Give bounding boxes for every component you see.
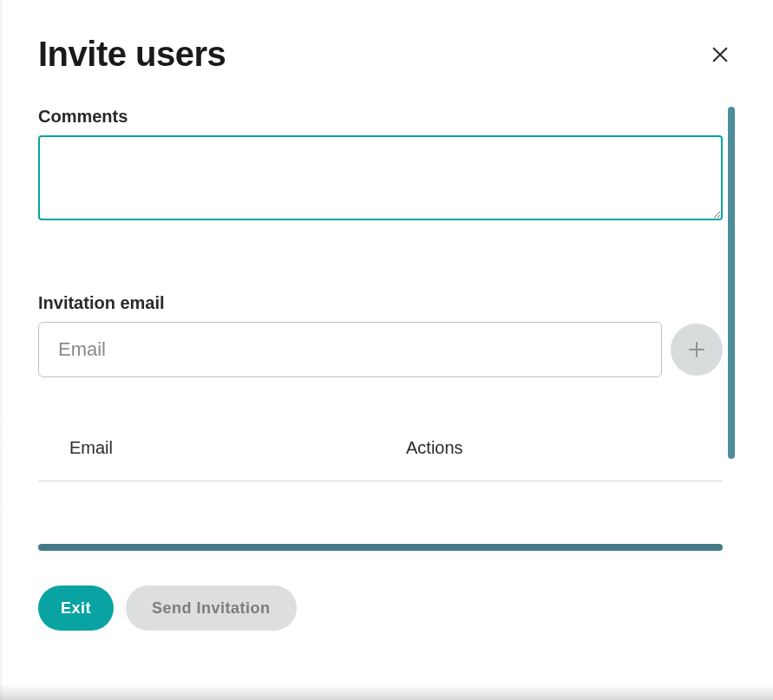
exit-button[interactable]: Exit [38,586,114,631]
table-header-row: Email Actions [38,438,723,481]
comments-textarea[interactable] [38,135,723,220]
invitation-email-label: Invitation email [38,293,723,313]
table-header-email: Email [69,438,406,458]
modal-body: Comments Invitation email Email Actions [38,107,735,566]
email-input-row [38,322,723,377]
modal-footer: Exit Send Invitation [38,586,735,631]
horizontal-scrollbar[interactable] [38,544,723,551]
send-invitation-button[interactable]: Send Invitation [126,586,297,631]
table-header-actions: Actions [406,438,691,458]
add-email-button[interactable] [671,324,723,376]
modal-header: Invite users [38,35,735,74]
vertical-scrollbar[interactable] [728,107,735,459]
plus-icon [686,339,707,360]
close-button[interactable] [705,40,735,69]
modal-title: Invite users [38,35,226,74]
close-icon [711,45,730,64]
email-table: Email Actions [38,438,723,481]
email-input[interactable] [38,322,662,377]
invite-users-modal: Invite users Comments Invitation email [0,0,773,700]
comments-label: Comments [38,107,723,127]
invitation-section: Invitation email [38,293,723,377]
